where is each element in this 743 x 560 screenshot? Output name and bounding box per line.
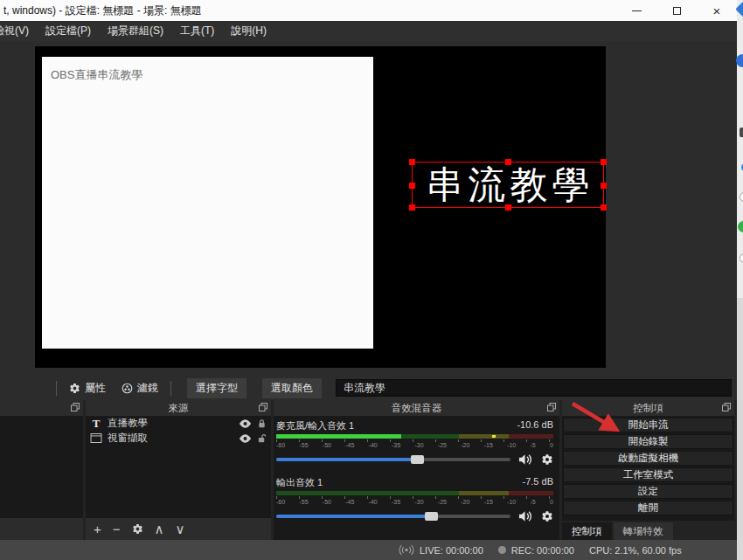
background-app-icon [740,128,743,137]
maximize-button[interactable] [656,0,697,21]
channel-settings-gear-icon[interactable] [541,510,553,522]
studio-mode-button[interactable]: 工作室模式 [563,467,733,482]
preview-canvas[interactable]: OBS直播串流教學 串流教學 [35,46,606,368]
channel-peak-db: -10.6 dB [517,419,553,432]
rec-timer: REC: 00:00:00 [511,545,574,556]
popout-icon[interactable] [547,403,556,413]
filters-label: 濾鏡 [137,381,158,396]
selection-handle[interactable] [409,204,415,211]
selection-handle[interactable] [505,159,511,165]
move-up-button[interactable]: ∧ [155,522,164,536]
menu-help[interactable]: 說明(H) [231,24,267,38]
background-app-panel [737,298,743,560]
popout-icon[interactable] [722,403,731,413]
minimize-icon [632,10,642,11]
start-virtual-camera-button[interactable]: 啟動虛擬相機 [563,451,733,466]
controls-header: 控制項 [562,400,734,416]
meter-scale: -60-55-50-45-40-35-30-25-20-15-10-50 [276,499,553,507]
screen: t, windows) - 設定檔: 無標題 - 場景: 無標題 × 檢視(V)… [0,0,743,560]
record-dot-icon [498,546,506,554]
toolbar-divider [56,381,57,396]
selection-handle[interactable] [409,183,415,189]
mixer-title: 音效混音器 [274,402,559,415]
choose-font-button[interactable]: 選擇字型 [187,378,247,398]
background-app-icon [736,54,743,67]
meter-scale: -60-55-50-45-40-35-30-25-20-15-10-50 [276,442,553,450]
close-button[interactable]: × [697,0,737,21]
popout-icon[interactable] [259,403,267,413]
preview-area: OBS直播串流教學 串流教學 [0,41,737,376]
remove-source-button[interactable]: − [113,522,121,536]
menu-bar: 檢視(V) 設定檔(P) 場景群組(S) 工具(T) 說明(H) [0,21,737,41]
meter-level [276,434,401,439]
controls-title: 控制項 [562,402,734,415]
mixer-header: 音效混音器 [274,400,559,416]
volume-meter [276,491,553,495]
selection-handle[interactable] [409,159,415,165]
live-timer: LIVE: 00:00:00 [420,545,483,556]
volume-slider[interactable] [276,451,510,468]
selection-handle[interactable] [601,183,607,189]
window-controls: × [616,0,737,21]
background-app-icon [740,253,743,263]
filter-icon [122,383,133,394]
background-app-icon [738,221,743,232]
selection-handle[interactable] [601,204,607,211]
filters-button[interactable]: 濾鏡 [118,379,162,398]
speaker-icon[interactable] [518,510,533,522]
scenes-list[interactable] [0,416,83,518]
speaker-icon[interactable] [518,453,533,466]
sources-header: 來源 [86,400,271,416]
lock-icon[interactable] [257,418,267,429]
volume-slider-handle[interactable] [425,512,438,521]
selection-handle[interactable] [601,159,607,165]
audio-mixer-panel: 音效混音器 麥克風/輸入音效 1 -10.6 dB [274,400,559,540]
menu-tools[interactable]: 工具(T) [180,24,214,38]
window-capture-source[interactable]: OBS直播串流教學 [42,57,373,349]
selection-handle[interactable] [505,204,511,211]
move-down-button[interactable]: ∨ [176,522,185,536]
tab-controls[interactable]: 控制項 [562,522,612,540]
popout-icon[interactable] [71,403,80,413]
gear-icon [69,383,80,394]
start-recording-button[interactable]: 開始錄製 [563,434,733,449]
sources-title: 來源 [86,402,271,415]
controls-buttons: 開始串流 開始錄製 啟動虛擬相機 工作室模式 設定 離開 [562,416,734,521]
volume-meter [276,434,553,439]
source-row-text[interactable]: T 直播教學 [86,416,271,431]
eye-icon[interactable] [239,434,252,443]
start-streaming-button[interactable]: 開始串流 [563,418,733,432]
menu-profile[interactable]: 設定檔(P) [45,24,91,38]
source-row-window-capture[interactable]: 視窗擷取 [86,431,271,446]
source-properties-gear-icon[interactable] [132,523,143,535]
scenes-header [0,400,83,416]
channel-settings-gear-icon[interactable] [541,453,553,466]
menu-view[interactable]: 檢視(V) [0,24,29,38]
menu-scene-collection[interactable]: 場景群組(S) [108,24,163,38]
selected-text-source[interactable]: 串流教學 [412,162,604,208]
channel-name: 麥克風/輸入音效 1 [276,419,354,432]
properties-button[interactable]: 屬性 [66,379,109,398]
mixer-body: 麥克風/輸入音效 1 -10.6 dB -60-55-50-45 [274,416,559,540]
text-source-input[interactable]: 串流教學 [336,379,732,397]
maximize-icon [673,7,681,15]
tab-scene-transitions[interactable]: 轉場特效 [614,522,673,540]
live-status: LIVE: 00:00:00 [399,544,483,556]
sources-panel: 來源 T 直播教學 視窗擷取 [86,400,271,540]
background-app-icon [735,1,743,17]
eye-icon[interactable] [239,419,252,428]
add-source-button[interactable]: + [94,522,101,536]
volume-slider[interactable] [276,508,510,525]
settings-button[interactable]: 設定 [563,484,733,499]
pick-color-button[interactable]: 選取顏色 [262,378,322,398]
broadcast-icon [399,544,414,556]
rec-status: REC: 00:00:00 [498,545,574,556]
volume-slider-handle[interactable] [411,455,424,464]
meter-peak-indicator [492,435,496,438]
unlock-icon[interactable] [257,433,267,444]
cpu-fps-stats: CPU: 2.1%, 60.00 fps [589,545,682,556]
exit-button[interactable]: 離開 [563,501,733,515]
window-capture-icon [90,433,102,443]
minimize-button[interactable] [616,0,656,21]
title-bar: t, windows) - 設定檔: 無標題 - 場景: 無標題 × [0,0,737,21]
